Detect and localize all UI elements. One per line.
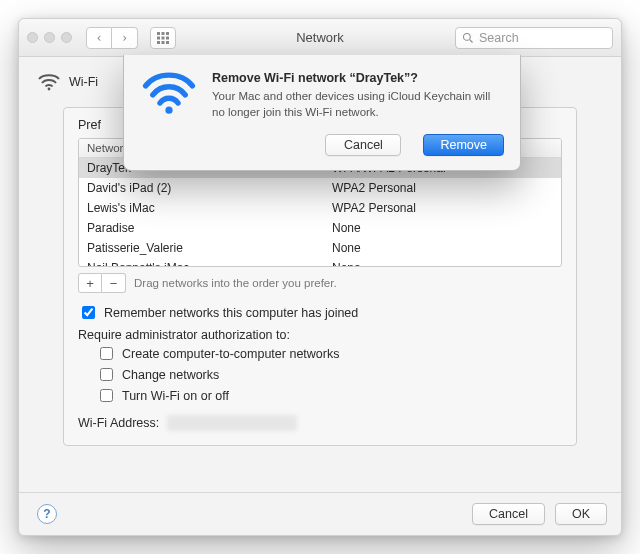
nav-buttons: ‹ › xyxy=(86,27,138,49)
help-button[interactable]: ? xyxy=(37,504,57,524)
wifi-address-value-redacted xyxy=(167,415,297,431)
svg-rect-0 xyxy=(157,32,160,35)
cell-security: WPA2 Personal xyxy=(324,178,561,198)
chevron-left-icon: ‹ xyxy=(95,31,102,45)
sheet-buttons: Cancel Remove xyxy=(212,134,504,156)
svg-rect-4 xyxy=(162,36,165,39)
svg-point-11 xyxy=(48,88,51,91)
preferences-window: ‹ › Network Search Wi-Fi Pref Network Na… xyxy=(18,18,622,536)
add-remove-buttons: + − xyxy=(78,273,126,293)
remember-checkbox-input[interactable] xyxy=(82,306,95,319)
table-row[interactable]: David's iPad (2)WPA2 Personal xyxy=(79,178,561,198)
sheet-remove-button[interactable]: Remove xyxy=(423,134,504,156)
titlebar: ‹ › Network Search xyxy=(19,19,621,57)
opt-turn-wifi-input[interactable] xyxy=(100,389,113,402)
svg-rect-5 xyxy=(166,36,169,39)
opt-create-c2c[interactable]: Create computer-to-computer networks xyxy=(96,344,562,363)
cell-security: None xyxy=(324,258,561,266)
wifi-address-label: Wi-Fi Address: xyxy=(78,416,159,430)
search-placeholder: Search xyxy=(479,31,519,45)
table-row[interactable]: Neil Bennett's iMacNone xyxy=(79,258,561,266)
opt-change-networks[interactable]: Change networks xyxy=(96,365,562,384)
wifi-icon xyxy=(37,73,61,91)
table-row[interactable]: Lewis's iMacWPA2 Personal xyxy=(79,198,561,218)
svg-point-12 xyxy=(165,107,172,114)
svg-rect-3 xyxy=(157,36,160,39)
minimize-window-button[interactable] xyxy=(44,32,55,43)
svg-line-10 xyxy=(470,39,473,42)
opt-create-c2c-input[interactable] xyxy=(100,347,113,360)
ok-button[interactable]: OK xyxy=(555,503,607,525)
sheet-body: Your Mac and other devices using iCloud … xyxy=(212,89,504,120)
cell-network-name: David's iPad (2) xyxy=(79,178,324,198)
cancel-button[interactable]: Cancel xyxy=(472,503,545,525)
remember-networks-checkbox[interactable]: Remember networks this computer has join… xyxy=(78,303,562,322)
svg-rect-2 xyxy=(166,32,169,35)
wifi-icon xyxy=(142,71,196,117)
remember-label: Remember networks this computer has join… xyxy=(104,306,358,320)
footer: ? Cancel OK xyxy=(19,492,621,535)
zoom-window-button[interactable] xyxy=(61,32,72,43)
cell-network-name: Lewis's iMac xyxy=(79,198,324,218)
opt-turn-wifi[interactable]: Turn Wi-Fi on or off xyxy=(96,386,562,405)
opt-turn-wifi-label: Turn Wi-Fi on or off xyxy=(122,389,229,403)
svg-point-9 xyxy=(464,33,471,40)
forward-button[interactable]: › xyxy=(112,27,138,49)
wifi-address-row: Wi-Fi Address: xyxy=(78,415,562,431)
chevron-right-icon: › xyxy=(121,31,128,45)
search-icon xyxy=(462,32,474,44)
opt-change-networks-label: Change networks xyxy=(122,368,219,382)
cell-security: WPA2 Personal xyxy=(324,198,561,218)
cell-network-name: Paradise xyxy=(79,218,324,238)
search-field[interactable]: Search xyxy=(455,27,613,49)
sheet-title: Remove Wi-Fi network “DrayTek”? xyxy=(212,71,504,85)
sheet-cancel-button[interactable]: Cancel xyxy=(325,134,401,156)
wifi-label: Wi-Fi xyxy=(69,75,98,89)
close-window-button[interactable] xyxy=(27,32,38,43)
svg-rect-7 xyxy=(162,41,165,44)
require-auth-label: Require administrator authorization to: xyxy=(78,328,562,342)
grid-icon xyxy=(157,32,169,44)
cell-network-name: Neil Bennett's iMac xyxy=(79,258,324,266)
table-row[interactable]: ParadiseNone xyxy=(79,218,561,238)
add-network-button[interactable]: + xyxy=(78,273,102,293)
svg-rect-1 xyxy=(162,32,165,35)
sheet-message: Remove Wi-Fi network “DrayTek”? Your Mac… xyxy=(212,71,504,156)
opt-change-networks-input[interactable] xyxy=(100,368,113,381)
cell-security: None xyxy=(324,218,561,238)
opt-create-c2c-label: Create computer-to-computer networks xyxy=(122,347,339,361)
svg-rect-8 xyxy=(166,41,169,44)
show-all-button[interactable] xyxy=(150,27,176,49)
under-table: + − Drag networks into the order you pre… xyxy=(78,273,562,293)
cell-security: None xyxy=(324,238,561,258)
back-button[interactable]: ‹ xyxy=(86,27,112,49)
window-controls xyxy=(27,32,72,43)
table-row[interactable]: Patisserie_ValerieNone xyxy=(79,238,561,258)
confirm-sheet: Remove Wi-Fi network “DrayTek”? Your Mac… xyxy=(123,55,521,171)
svg-rect-6 xyxy=(157,41,160,44)
require-auth-options: Create computer-to-computer networks Cha… xyxy=(78,344,562,405)
remove-network-button[interactable]: − xyxy=(102,273,126,293)
cell-network-name: Patisserie_Valerie xyxy=(79,238,324,258)
table-body: DrayTekWPA/WPA2 PersonalDavid's iPad (2)… xyxy=(79,158,561,266)
drag-hint: Drag networks into the order you prefer. xyxy=(134,277,337,289)
sheet-icon xyxy=(140,71,198,156)
